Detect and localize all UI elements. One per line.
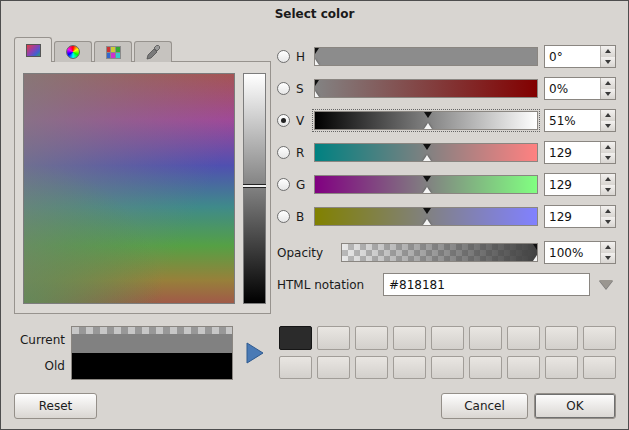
reset-button[interactable]: Reset [14, 393, 97, 419]
palette-swatch[interactable] [545, 326, 578, 350]
channel-label: V [296, 114, 308, 128]
channel-label: S [296, 82, 308, 96]
spin-down-icon[interactable] [601, 217, 615, 228]
blue-spinbox-input[interactable] [545, 206, 600, 227]
selector-tabs [14, 37, 172, 62]
current-label: Current [13, 333, 65, 347]
red-spinbox [544, 141, 616, 164]
channel-row-h: H [277, 45, 616, 68]
palette-swatch[interactable] [393, 326, 426, 350]
radio-g[interactable] [277, 178, 290, 191]
palette-swatch[interactable] [583, 326, 616, 350]
current-color-swatch [72, 327, 232, 353]
palette-icon [106, 46, 121, 59]
spin-down-icon[interactable] [601, 57, 615, 68]
eyedropper-icon [146, 45, 161, 60]
tab-palette[interactable] [94, 41, 132, 62]
slider-marker [314, 59, 319, 65]
slider-marker [423, 208, 431, 214]
spin-up-icon[interactable] [601, 206, 615, 217]
spin-down-icon[interactable] [601, 89, 615, 100]
spin-up-icon[interactable] [601, 46, 615, 57]
gimp-selector-icon [26, 44, 41, 57]
tab-gimp-selector[interactable] [14, 37, 52, 62]
channel-row-r: R [277, 141, 616, 164]
slider-marker [314, 80, 319, 86]
spin-up-icon[interactable] [601, 110, 615, 121]
palette-swatch[interactable] [355, 356, 388, 380]
green-spinbox-input[interactable] [545, 174, 600, 195]
value-bar[interactable] [243, 73, 266, 304]
red-slider[interactable] [314, 143, 538, 162]
opacity-label: Opacity [277, 246, 335, 260]
window-title: Select color [1, 1, 628, 27]
channel-label: G [296, 178, 308, 192]
palette-swatch[interactable] [507, 356, 540, 380]
saturation-spinbox [544, 77, 616, 100]
spin-down-icon[interactable] [601, 153, 615, 164]
palette-swatch[interactable] [583, 356, 616, 380]
right-arrow-icon [246, 341, 264, 365]
tab-color-wheel[interactable] [54, 41, 92, 62]
html-notation-row: HTML notation [277, 273, 616, 296]
ok-button[interactable]: OK [534, 393, 616, 419]
hue-saturation-square[interactable] [23, 73, 235, 304]
radio-r[interactable] [277, 146, 290, 159]
spin-down-icon[interactable] [601, 185, 615, 196]
channel-row-b: B [277, 205, 616, 228]
spin-up-icon[interactable] [601, 78, 615, 89]
red-spinbox-input[interactable] [545, 142, 600, 163]
radio-h[interactable] [277, 50, 290, 63]
palette-swatch[interactable] [469, 326, 502, 350]
color-preview [71, 326, 233, 380]
palette-swatch[interactable] [355, 326, 388, 350]
saturation-spinbox-input[interactable] [545, 78, 600, 99]
palette-swatch[interactable] [317, 356, 350, 380]
radio-b[interactable] [277, 210, 290, 223]
spin-down-icon[interactable] [601, 121, 615, 132]
radio-s[interactable] [277, 82, 290, 95]
hue-slider[interactable] [314, 47, 538, 66]
opacity-spinbox-input[interactable] [545, 242, 600, 263]
add-to-palette-button[interactable] [239, 332, 271, 374]
html-notation-label: HTML notation [277, 278, 377, 292]
blue-slider[interactable] [314, 207, 538, 226]
palette-swatch[interactable] [431, 356, 464, 380]
channel-label: R [296, 146, 308, 160]
slider-marker [423, 187, 431, 193]
slider-marker [423, 155, 431, 161]
value-spinbox-input[interactable] [545, 110, 600, 131]
slider-marker [423, 219, 431, 225]
palette-swatch[interactable] [393, 356, 426, 380]
slider-marker [533, 244, 538, 250]
palette-swatch[interactable] [279, 356, 312, 380]
channel-label: H [296, 50, 308, 64]
spin-up-icon[interactable] [601, 242, 615, 253]
saturation-slider[interactable] [314, 79, 538, 98]
palette-swatch[interactable] [469, 356, 502, 380]
value-spinbox [544, 109, 616, 132]
tab-eyedropper[interactable] [134, 41, 172, 62]
slider-marker [314, 91, 319, 97]
cancel-button[interactable]: Cancel [441, 393, 528, 419]
hue-spinbox-input[interactable] [545, 46, 600, 67]
channel-row-v: V [277, 109, 616, 132]
slider-marker [424, 123, 432, 129]
spin-down-icon[interactable] [601, 253, 615, 264]
chevron-down-icon[interactable] [596, 280, 616, 289]
slider-marker [423, 144, 431, 150]
spin-up-icon[interactable] [601, 174, 615, 185]
palette-swatch[interactable] [507, 326, 540, 350]
blue-spinbox [544, 205, 616, 228]
html-notation-input[interactable] [383, 273, 590, 296]
palette-swatch[interactable] [545, 356, 578, 380]
value-slider[interactable] [314, 111, 538, 130]
spin-up-icon[interactable] [601, 142, 615, 153]
palette-swatch[interactable] [279, 326, 312, 350]
palette-swatch[interactable] [317, 326, 350, 350]
selector-notebook [14, 61, 271, 314]
opacity-slider[interactable] [341, 243, 538, 262]
green-slider[interactable] [314, 175, 538, 194]
palette-swatch[interactable] [431, 326, 464, 350]
radio-v[interactable] [277, 114, 290, 127]
